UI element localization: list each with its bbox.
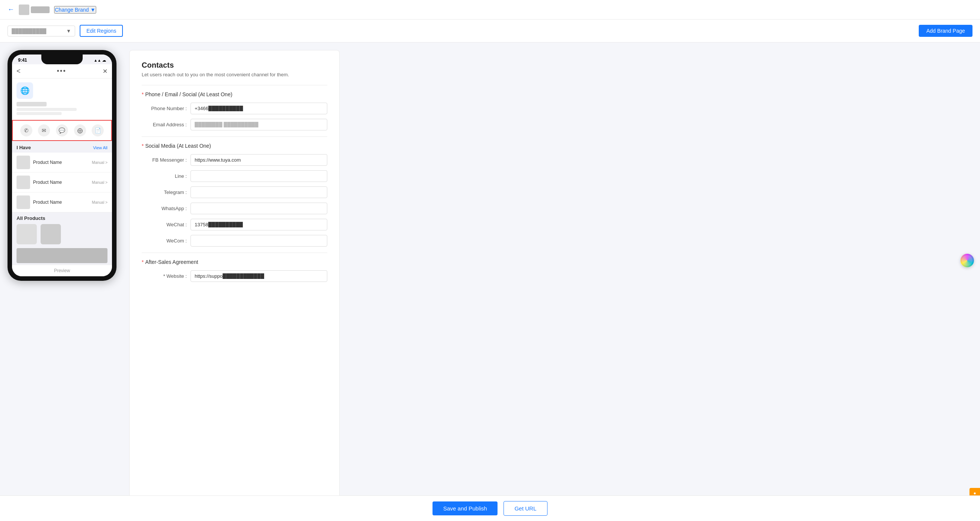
region-select[interactable]: ██████████ ▼: [8, 25, 75, 37]
brand-avatar: 🌐: [16, 82, 33, 99]
product-thumb-3: [16, 196, 30, 209]
phone-email-section-title: *Phone / Email / Social (At Least One): [142, 91, 327, 97]
divider-1: [142, 85, 327, 85]
email-address-label: Email Address :: [142, 122, 191, 127]
whatsapp-input[interactable]: [191, 202, 327, 214]
status-icons: ▲▲ ☁: [94, 58, 106, 62]
product-grid-item-1: [16, 224, 37, 244]
whatsapp-label: WhatsApp :: [142, 206, 191, 211]
ai-assistant-icon[interactable]: [961, 254, 974, 267]
product-item-2: Product Name Manual >: [12, 172, 112, 193]
brand-logo: [19, 5, 49, 15]
top-nav: ← Change Brand ▼: [0, 0, 980, 19]
line-input[interactable]: [191, 170, 327, 182]
brand-desc-placeholder1: [16, 108, 76, 111]
form-panel: Contacts Let users reach out to you on t…: [129, 50, 340, 515]
form-title: Contacts: [142, 61, 327, 70]
required-star-3: *: [142, 259, 143, 265]
phone-preview-bar: Preview: [12, 264, 112, 276]
whatsapp-field: WhatsApp :: [142, 202, 327, 214]
phone-menu-icon[interactable]: •••: [57, 67, 66, 75]
divider-3: [142, 253, 327, 253]
doc-contact-icon[interactable]: 📄: [92, 124, 104, 137]
status-time: 9:41: [18, 57, 27, 63]
fb-messenger-label: FB Messenger :: [142, 157, 191, 163]
bottom-bar: Save and Publish Get URL: [0, 496, 980, 521]
website-field: * Website :: [142, 270, 327, 282]
product-thumb-2: [16, 175, 30, 189]
phone-number-input[interactable]: [191, 103, 327, 114]
view-all-link[interactable]: View All: [93, 145, 107, 150]
logo-box1: [19, 5, 29, 15]
form-subtitle: Let users reach out to you on the most c…: [142, 72, 327, 77]
website-label: * Website :: [142, 273, 191, 279]
main-content: 9:41 ▲▲ ☁ < ••• ✕ 🌐 ✆: [0, 43, 980, 521]
feedback-icon-symbol: ●: [973, 491, 976, 496]
email-contact-icon[interactable]: ✉: [38, 124, 50, 137]
phone-app-header: < ••• ✕: [12, 64, 112, 78]
product-item: Product Name Manual >: [12, 153, 112, 172]
product-thumb-1: [16, 156, 30, 169]
phone-contact-icon[interactable]: ✆: [20, 124, 32, 137]
wechat-field: WeChat :: [142, 219, 327, 230]
required-star-1: *: [142, 91, 143, 97]
product-grid: [16, 224, 107, 246]
product-grid-item-2: [41, 224, 61, 244]
after-sales-title: *After-Sales Agreement: [142, 259, 327, 265]
back-icon[interactable]: ←: [8, 6, 14, 14]
phone-notch: [41, 54, 83, 64]
phone-number-label: Phone Number :: [142, 106, 191, 111]
line-field: Line :: [142, 170, 327, 182]
wecom-field: WeCom :: [142, 235, 327, 247]
toolbar: ██████████ ▼ Edit Regions Add Brand Page: [0, 19, 980, 43]
phone-number-field: Phone Number :: [142, 103, 327, 114]
website-input[interactable]: [191, 270, 327, 282]
product-name-1: Product Name: [33, 160, 89, 165]
all-products-title: All Products: [16, 215, 107, 221]
phone-back-icon[interactable]: <: [16, 67, 21, 75]
fb-messenger-field: FB Messenger :: [142, 154, 327, 166]
email-address-input[interactable]: [191, 119, 327, 131]
product-manual-2: Manual >: [92, 180, 107, 185]
product-name-3: Product Name: [33, 199, 89, 205]
line-label: Line :: [142, 173, 191, 179]
required-star-2: *: [142, 143, 143, 149]
add-brand-page-button[interactable]: Add Brand Page: [919, 25, 972, 37]
telegram-input[interactable]: [191, 186, 327, 198]
phone-mockup: 9:41 ▲▲ ☁ < ••• ✕ 🌐 ✆: [8, 50, 116, 281]
social-media-section-title: *Social Media (At Least One): [142, 143, 327, 149]
wechat-label: WeChat :: [142, 222, 191, 228]
preview-label: Preview: [54, 268, 70, 273]
change-brand-button[interactable]: Change Brand ▼: [54, 6, 96, 14]
telegram-field: Telegram :: [142, 186, 327, 198]
product-manual-3: Manual >: [92, 200, 107, 204]
logo-box2: [31, 6, 49, 13]
product-manual-1: Manual >: [92, 161, 107, 165]
phone-close-icon[interactable]: ✕: [103, 68, 107, 75]
i-have-section-header: I Have View All: [12, 141, 112, 153]
divider-2: [142, 137, 327, 137]
get-url-button[interactable]: Get URL: [504, 501, 547, 516]
phone-screen: 9:41 ▲▲ ☁ < ••• ✕ 🌐 ✆: [12, 54, 112, 276]
wechat-input[interactable]: [191, 219, 327, 230]
i-have-title: I Have: [16, 145, 31, 150]
all-products-section: All Products: [12, 212, 112, 264]
change-brand-arrow-icon: ▼: [90, 7, 95, 13]
telegram-label: Telegram :: [142, 190, 191, 195]
fb-messenger-input[interactable]: [191, 154, 327, 166]
save-and-publish-button[interactable]: Save and Publish: [433, 502, 498, 515]
product-name-2: Product Name: [33, 180, 89, 185]
product-item-3: Product Name Manual >: [12, 193, 112, 212]
change-brand-label: Change Brand: [55, 7, 89, 13]
product-grid-item-3: [16, 248, 107, 263]
wechat-contact-icon[interactable]: ⨁: [74, 124, 86, 137]
wecom-input[interactable]: [191, 235, 327, 247]
region-select-text: ██████████: [12, 28, 46, 34]
edit-regions-button[interactable]: Edit Regions: [80, 25, 123, 37]
contact-icons-row[interactable]: ✆ ✉ 💬 ⨁ 📄: [12, 120, 112, 141]
phone-container: 9:41 ▲▲ ☁ < ••• ✕ 🌐 ✆: [8, 50, 120, 515]
brand-desc-placeholder2: [16, 112, 62, 115]
email-address-field: Email Address :: [142, 119, 327, 131]
brand-name-placeholder: [16, 102, 46, 107]
messenger-contact-icon[interactable]: 💬: [56, 124, 68, 137]
